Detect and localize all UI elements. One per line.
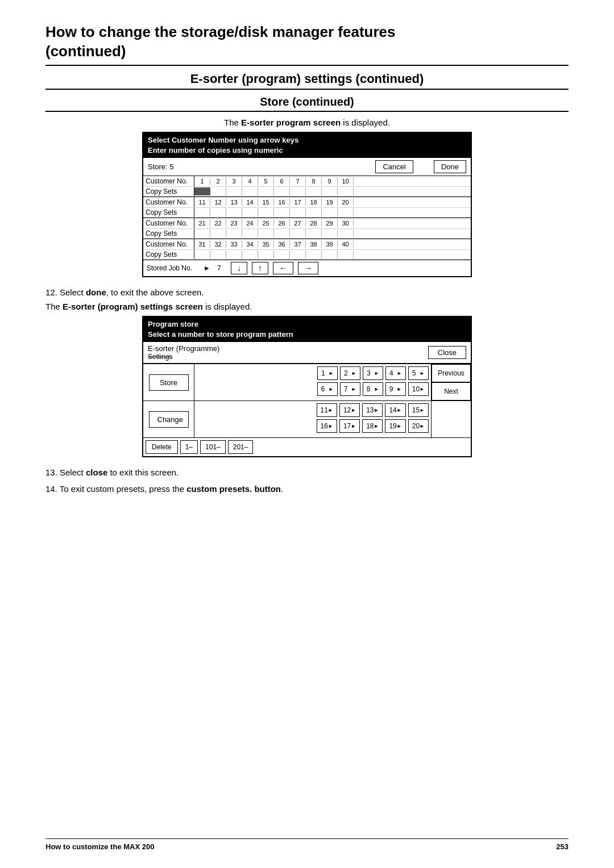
num-btn-9[interactable]: 9►: [385, 382, 406, 396]
num-btn-8[interactable]: 8►: [363, 382, 383, 396]
esorter-programme-label: E-sorter (Programme): [148, 344, 219, 353]
change-button[interactable]: Change: [149, 411, 189, 428]
step13: 13. Select close to exit this screen.: [45, 468, 569, 477]
previous-button[interactable]: Previous: [432, 364, 471, 382]
customer-numbers-1: 1 2 3 4 5 6 7 8 9 10: [194, 177, 471, 185]
num-btn-18[interactable]: 18►: [362, 419, 383, 433]
customer-section-3: Customer No. 21 22 23 24 25 26 27 28 29 …: [143, 218, 471, 239]
delete-button[interactable]: Delete: [146, 440, 178, 454]
range3-button[interactable]: 201–: [228, 440, 254, 454]
store-button[interactable]: Store: [149, 374, 189, 391]
num-btn-14[interactable]: 14►: [385, 403, 405, 417]
copy-row-1: Copy Sets: [143, 187, 471, 197]
footer-right: 253: [556, 842, 569, 851]
num-btn-15[interactable]: 15►: [408, 403, 429, 417]
customer-section-4: Customer No. 31 32 33 34 35 36 37 38 39 …: [143, 239, 471, 260]
section-title: E-sorter (program) settings (continued): [45, 72, 569, 86]
arrow-up-button[interactable]: ↑: [252, 262, 268, 274]
close-button[interactable]: Close: [428, 346, 466, 359]
description1: The E-sorter program screen is displayed…: [45, 118, 569, 127]
screen1-mockup: Select Customer Number using arrow keys …: [142, 132, 472, 277]
num-btn-16[interactable]: 16►: [317, 419, 337, 433]
num-btn-20[interactable]: 20►: [408, 419, 429, 433]
customer-row-2: Customer No. 11 12 13 14 15 16 17 18 19 …: [143, 197, 471, 208]
main-title: How to change the storage/disk manager f…: [45, 23, 569, 66]
store-row: Store: 5 Cancel Done: [143, 158, 471, 176]
pg-num-row-3: 11► 12► 13► 14► 15►: [197, 403, 429, 417]
num-btn-11[interactable]: 11►: [317, 403, 337, 417]
footer-left: How to customize the MAX 200: [45, 842, 154, 851]
customer-row-4: Customer No. 31 32 33 34 35 36 37 38 39 …: [143, 239, 471, 250]
screen2-change-row: Change 11► 12► 13► 14► 15► 16► 17► 18► 1…: [143, 400, 471, 437]
section-title-block: E-sorter (program) settings (continued): [45, 72, 569, 90]
screen2-bottom-row: Delete 1– 101– 201–: [143, 437, 471, 456]
screen2-change-numbers: 11► 12► 13► 14► 15► 16► 17► 18► 19► 20►: [194, 401, 431, 437]
customer-section-1: Customer No. 1 2 3 4 5 6 7 8 9 10 Copy S…: [143, 176, 471, 197]
screen2-grid: Store 1► 2► 3► 4► 5► 6► 7► 8► 9► 1: [143, 364, 471, 400]
arrow-left-button[interactable]: ←: [273, 262, 293, 274]
range1-button[interactable]: 1–: [180, 440, 198, 454]
num-btn-13[interactable]: 13►: [362, 403, 383, 417]
screen2-change-col: Change: [143, 401, 194, 437]
cancel-button[interactable]: Cancel: [375, 160, 413, 173]
sub-title: Store (continued): [45, 95, 569, 108]
num-btn-5[interactable]: 5►: [408, 366, 429, 380]
customer-section-2: Customer No. 11 12 13 14 15 16 17 18 19 …: [143, 197, 471, 218]
step14: 14. To exit custom presets, press the cu…: [45, 484, 569, 494]
copy-row-3: Copy Sets: [143, 229, 471, 239]
page-footer: How to customize the MAX 200 253: [45, 838, 569, 851]
customer-label-1: Customer No.: [143, 176, 194, 186]
num-btn-7[interactable]: 7►: [340, 382, 360, 396]
stored-job-arrow-indicator: ►: [204, 264, 210, 272]
pg-num-row-2: 6► 7► 8► 9► 10►: [197, 382, 429, 396]
pg-num-row-1: 1► 2► 3► 4► 5►: [197, 366, 429, 380]
arrow-down-button[interactable]: ↓: [231, 262, 247, 274]
customer-row-3: Customer No. 21 22 23 24 25 26 27 28 29 …: [143, 218, 471, 229]
num-btn-1[interactable]: 1►: [317, 366, 338, 380]
stored-job-value: 7: [215, 264, 226, 272]
num-btn-2[interactable]: 2►: [340, 366, 360, 380]
customer-row-1: Customer No. 1 2 3 4 5 6 7 8 9 10: [143, 176, 471, 187]
prev-next-spacer: [431, 401, 471, 437]
stored-job-row: Stored Job No. ► 7 ↓ ↑ ← →: [143, 260, 471, 276]
pg-num-row-4: 16► 17► 18► 19► 20►: [197, 419, 429, 433]
stored-job-label: Stored Job No.: [147, 264, 192, 272]
num-btn-17[interactable]: 17►: [339, 419, 360, 433]
copy-row-2: Copy Sets: [143, 208, 471, 218]
num-btn-4[interactable]: 4►: [385, 366, 406, 380]
screen2-left-col: Store: [143, 364, 194, 400]
settings-label: Settings: [148, 353, 219, 361]
arrow-right-button[interactable]: →: [298, 262, 318, 274]
screen2-header: Program store Select a number to store p…: [143, 317, 471, 342]
prev-next-col: Previous Next: [431, 364, 471, 400]
screen2-mockup: Program store Select a number to store p…: [142, 316, 472, 457]
num-btn-19[interactable]: 19►: [385, 419, 405, 433]
next-button[interactable]: Next: [432, 382, 471, 400]
screen2-subheader: E-sorter (Programme) Settings Close: [143, 342, 471, 364]
sub-title-block: Store (continued): [45, 95, 569, 112]
done-button[interactable]: Done: [434, 160, 466, 173]
store-label: Store: 5: [148, 162, 174, 171]
screen1-header: Select Customer Number using arrow keys …: [143, 133, 471, 158]
range2-button[interactable]: 101–: [200, 440, 226, 454]
step12: 12. Select done, to exit the above scree…: [45, 287, 569, 297]
screen2-number-grid: 1► 2► 3► 4► 5► 6► 7► 8► 9► 10►: [194, 364, 431, 400]
num-btn-12[interactable]: 12►: [339, 403, 360, 417]
description2: The E-sorter (program) settings screen i…: [45, 302, 569, 311]
copy-row-4: Copy Sets: [143, 250, 471, 260]
num-btn-10[interactable]: 10►: [408, 382, 429, 396]
num-btn-3[interactable]: 3►: [363, 366, 383, 380]
num-btn-6[interactable]: 6►: [317, 382, 338, 396]
